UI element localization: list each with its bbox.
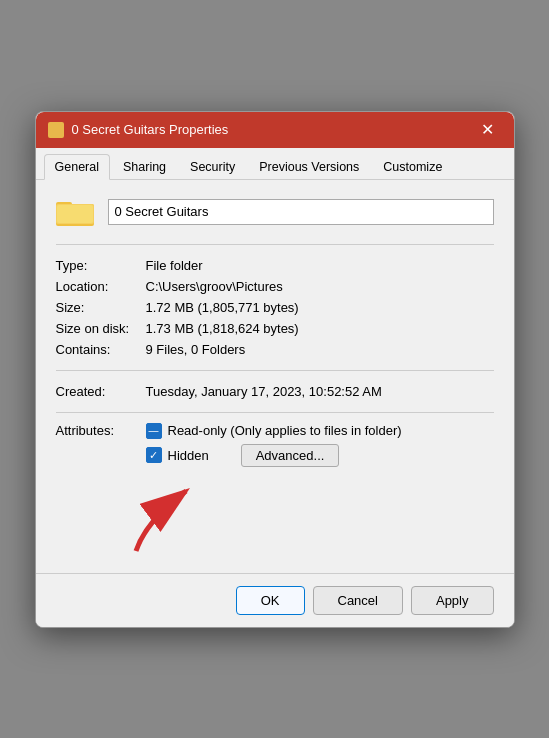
table-row: Type: File folder: [56, 255, 494, 276]
divider-1: [56, 244, 494, 245]
tab-bar: General Sharing Security Previous Versio…: [36, 148, 514, 180]
folder-title-icon: [48, 122, 64, 138]
bottom-buttons: OK Cancel Apply: [36, 573, 514, 627]
hidden-label: Hidden: [168, 448, 209, 463]
table-row: Location: C:\Users\groov\Pictures: [56, 276, 494, 297]
red-arrow: [116, 471, 236, 556]
table-row: Created: Tuesday, January 17, 2023, 10:5…: [56, 381, 494, 402]
prop-value: File folder: [146, 255, 494, 276]
table-row: Size on disk: 1.73 MB (1,818,624 bytes): [56, 318, 494, 339]
window-title: 0 Secret Guitars Properties: [72, 122, 466, 137]
hidden-checkbox[interactable]: [146, 447, 162, 463]
attributes-section: Attributes: Read-only (Only applies to f…: [56, 423, 494, 467]
prop-label: Size:: [56, 297, 146, 318]
divider-3: [56, 412, 494, 413]
prop-value: 1.73 MB (1,818,624 bytes): [146, 318, 494, 339]
ok-button[interactable]: OK: [236, 586, 305, 615]
tab-general[interactable]: General: [44, 154, 110, 180]
prop-label: Location:: [56, 276, 146, 297]
prop-value: 9 Files, 0 Folders: [146, 339, 494, 360]
created-label: Created:: [56, 381, 146, 402]
divider-2: [56, 370, 494, 371]
readonly-label: Read-only (Only applies to files in fold…: [168, 423, 402, 438]
table-row: Size: 1.72 MB (1,805,771 bytes): [56, 297, 494, 318]
close-button[interactable]: ✕: [474, 116, 502, 144]
prop-label: Contains:: [56, 339, 146, 360]
created-table: Created: Tuesday, January 17, 2023, 10:5…: [56, 381, 494, 402]
prop-label: Size on disk:: [56, 318, 146, 339]
cancel-button[interactable]: Cancel: [313, 586, 403, 615]
tab-security[interactable]: Security: [179, 154, 246, 179]
tab-content: Type: File folder Location: C:\Users\gro…: [36, 180, 514, 573]
apply-button[interactable]: Apply: [411, 586, 494, 615]
title-bar: 0 Secret Guitars Properties ✕: [36, 112, 514, 148]
folder-icon: [56, 196, 96, 228]
prop-value: C:\Users\groov\Pictures: [146, 276, 494, 297]
readonly-row: Read-only (Only applies to files in fold…: [146, 423, 402, 439]
properties-table: Type: File folder Location: C:\Users\gro…: [56, 255, 494, 360]
attributes-label: Attributes:: [56, 423, 146, 438]
hidden-row: Hidden: [146, 447, 209, 463]
properties-window: 0 Secret Guitars Properties ✕ General Sh…: [35, 111, 515, 628]
created-value: Tuesday, January 17, 2023, 10:52:52 AM: [146, 381, 494, 402]
table-row: Contains: 9 Files, 0 Folders: [56, 339, 494, 360]
tab-previous-versions[interactable]: Previous Versions: [248, 154, 370, 179]
tab-sharing[interactable]: Sharing: [112, 154, 177, 179]
attributes-controls: Read-only (Only applies to files in fold…: [146, 423, 402, 467]
prop-label: Type:: [56, 255, 146, 276]
advanced-button[interactable]: Advanced...: [241, 444, 340, 467]
tab-customize[interactable]: Customize: [372, 154, 453, 179]
folder-name-row: [56, 196, 494, 228]
prop-value: 1.72 MB (1,805,771 bytes): [146, 297, 494, 318]
folder-name-input[interactable]: [108, 199, 494, 225]
svg-rect-3: [57, 205, 93, 223]
arrow-annotation: [56, 471, 494, 561]
readonly-checkbox[interactable]: [146, 423, 162, 439]
